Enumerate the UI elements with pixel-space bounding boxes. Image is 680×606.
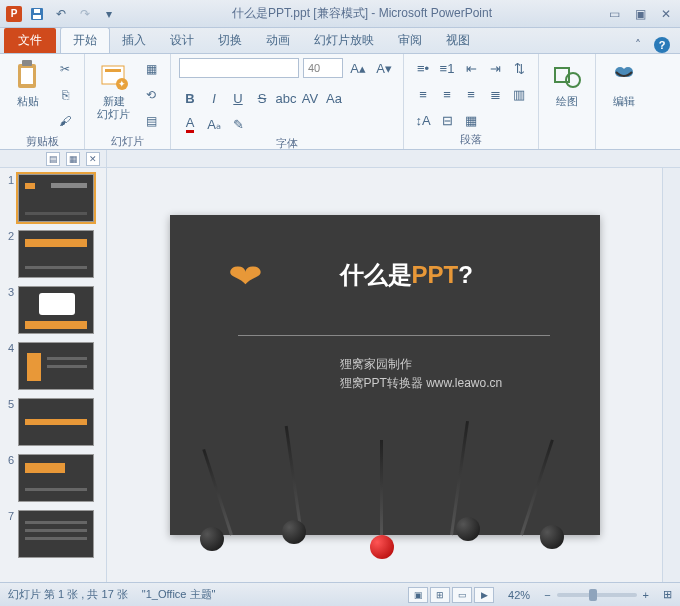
italic-button[interactable]: I bbox=[203, 88, 225, 108]
drawing-button[interactable]: 绘图 bbox=[547, 58, 587, 110]
tab-design[interactable]: 设计 bbox=[158, 28, 206, 53]
tab-animations[interactable]: 动画 bbox=[254, 28, 302, 53]
outline-view-icon[interactable]: ▤ bbox=[46, 152, 60, 166]
cut-icon[interactable]: ✂ bbox=[54, 58, 76, 80]
highlight-icon[interactable]: ✎ bbox=[227, 114, 249, 134]
format-painter-icon[interactable]: 🖌 bbox=[54, 110, 76, 132]
editing-button[interactable]: 编辑 bbox=[604, 58, 644, 110]
zoom-in-icon[interactable]: + bbox=[643, 589, 649, 601]
vertical-scrollbar[interactable] bbox=[662, 168, 680, 582]
fit-to-window-icon[interactable]: ⊞ bbox=[663, 588, 672, 601]
align-right-icon[interactable]: ≡ bbox=[460, 84, 482, 104]
align-text-icon[interactable]: ⊟ bbox=[436, 110, 458, 130]
workspace: 1 2 3 4 5 6 7 ❤ 什么是PPT? 狸窝家园制作 狸窝PPT转换器 … bbox=[0, 168, 680, 582]
slides-view-icon[interactable]: ▦ bbox=[66, 152, 80, 166]
group-label-drawing bbox=[547, 145, 587, 147]
zoom-slider[interactable]: − + bbox=[544, 589, 649, 601]
group-editing: 编辑 bbox=[596, 54, 652, 149]
thumbnail-5[interactable]: 5 bbox=[4, 398, 102, 446]
zoom-percent[interactable]: 42% bbox=[508, 589, 530, 601]
svg-rect-1 bbox=[33, 15, 41, 19]
file-tab[interactable]: 文件 bbox=[4, 28, 56, 53]
help-icon[interactable]: ? bbox=[654, 37, 670, 53]
zoom-out-icon[interactable]: − bbox=[544, 589, 550, 601]
new-slide-button[interactable]: ✦ 新建 幻灯片 bbox=[93, 58, 134, 123]
window-controls: ▭ ▣ ✕ bbox=[606, 6, 674, 22]
thumbnail-pane[interactable]: 1 2 3 4 5 6 7 bbox=[0, 168, 107, 582]
slide-subtitle[interactable]: 狸窝家园制作 狸窝PPT转换器 www.leawo.cn bbox=[340, 355, 503, 393]
window-title: 什么是PPT.ppt [兼容模式] - Microsoft PowerPoint bbox=[118, 5, 606, 22]
group-label-clipboard: 剪贴板 bbox=[8, 132, 76, 149]
font-size-combo[interactable]: 40 bbox=[303, 58, 343, 78]
thumbnail-4[interactable]: 4 bbox=[4, 342, 102, 390]
view-buttons: ▣ ⊞ ▭ ▶ bbox=[408, 587, 494, 603]
section-icon[interactable]: ▤ bbox=[140, 110, 162, 132]
theme-name: "1_Office 主题" bbox=[142, 587, 216, 602]
titlebar: P ↶ ↷ ▾ 什么是PPT.ppt [兼容模式] - Microsoft Po… bbox=[0, 0, 680, 28]
align-center-icon[interactable]: ≡ bbox=[436, 84, 458, 104]
statusbar: 幻灯片 第 1 张 , 共 17 张 "1_Office 主题" ▣ ⊞ ▭ ▶… bbox=[0, 582, 680, 606]
bullets-icon[interactable]: ≡• bbox=[412, 58, 434, 78]
paste-button[interactable]: 粘贴 bbox=[8, 58, 48, 110]
font-name-combo[interactable] bbox=[179, 58, 299, 78]
tab-slideshow[interactable]: 幻灯片放映 bbox=[302, 28, 386, 53]
tab-review[interactable]: 审阅 bbox=[386, 28, 434, 53]
clear-format-icon[interactable]: Aₐ bbox=[203, 114, 225, 134]
indent-increase-icon[interactable]: ⇥ bbox=[484, 58, 506, 78]
group-label-paragraph: 段落 bbox=[412, 130, 530, 147]
justify-icon[interactable]: ≣ bbox=[484, 84, 506, 104]
normal-view-icon[interactable]: ▣ bbox=[408, 587, 428, 603]
change-case-icon[interactable]: Aa bbox=[323, 88, 345, 108]
group-label-slides: 幻灯片 bbox=[93, 132, 162, 149]
grow-font-icon[interactable]: A▴ bbox=[347, 58, 369, 78]
line-spacing-icon[interactable]: ⇅ bbox=[508, 58, 530, 78]
slideshow-view-icon[interactable]: ▶ bbox=[474, 587, 494, 603]
group-label-font: 字体 bbox=[179, 134, 395, 151]
copy-icon[interactable]: ⎘ bbox=[54, 84, 76, 106]
shrink-font-icon[interactable]: A▾ bbox=[373, 58, 395, 78]
qat-dropdown-icon[interactable]: ▾ bbox=[100, 5, 118, 23]
thumbnail-7[interactable]: 7 bbox=[4, 510, 102, 558]
tab-insert[interactable]: 插入 bbox=[110, 28, 158, 53]
maximize-icon[interactable]: ▣ bbox=[632, 6, 648, 22]
thumbnail-1[interactable]: 1 bbox=[4, 174, 102, 222]
text-direction-icon[interactable]: ↕A bbox=[412, 110, 434, 130]
tab-home[interactable]: 开始 bbox=[60, 27, 110, 53]
tab-transitions[interactable]: 切换 bbox=[206, 28, 254, 53]
redo-icon[interactable]: ↷ bbox=[76, 5, 94, 23]
numbering-icon[interactable]: ≡1 bbox=[436, 58, 458, 78]
svg-rect-7 bbox=[105, 69, 121, 72]
slide-canvas[interactable]: ❤ 什么是PPT? 狸窝家园制作 狸窝PPT转换器 www.leawo.cn bbox=[170, 215, 600, 535]
slide-title[interactable]: 什么是PPT? bbox=[340, 259, 473, 291]
save-icon[interactable] bbox=[28, 5, 46, 23]
indent-decrease-icon[interactable]: ⇤ bbox=[460, 58, 482, 78]
paste-icon bbox=[12, 60, 44, 92]
strike-button[interactable]: S bbox=[251, 88, 273, 108]
close-pane-icon[interactable]: ✕ bbox=[86, 152, 100, 166]
shadow-button[interactable]: abc bbox=[275, 88, 297, 108]
reading-view-icon[interactable]: ▭ bbox=[452, 587, 472, 603]
minimize-icon[interactable]: ▭ bbox=[606, 6, 622, 22]
sorter-view-icon[interactable]: ⊞ bbox=[430, 587, 450, 603]
quick-access-toolbar: P ↶ ↷ ▾ bbox=[6, 5, 118, 23]
ribbon-minimize-icon[interactable]: ˄ bbox=[630, 37, 646, 53]
group-font: 40 A▴ A▾ B I U S abc AV Aa A Aₐ ✎ 字体 bbox=[171, 54, 404, 149]
thumbnail-3[interactable]: 3 bbox=[4, 286, 102, 334]
spacing-icon[interactable]: AV bbox=[299, 88, 321, 108]
app-icon[interactable]: P bbox=[6, 6, 22, 22]
undo-icon[interactable]: ↶ bbox=[52, 5, 70, 23]
bold-button[interactable]: B bbox=[179, 88, 201, 108]
thumbnail-6[interactable]: 6 bbox=[4, 454, 102, 502]
columns-icon[interactable]: ▥ bbox=[508, 84, 530, 104]
layout-icon[interactable]: ▦ bbox=[140, 58, 162, 80]
underline-button[interactable]: U bbox=[227, 88, 249, 108]
font-color-icon[interactable]: A bbox=[179, 114, 201, 134]
thumbnail-2[interactable]: 2 bbox=[4, 230, 102, 278]
align-left-icon[interactable]: ≡ bbox=[412, 84, 434, 104]
slide-editor[interactable]: ❤ 什么是PPT? 狸窝家园制作 狸窝PPT转换器 www.leawo.cn bbox=[107, 168, 662, 582]
reset-icon[interactable]: ⟲ bbox=[140, 84, 162, 106]
tab-view[interactable]: 视图 bbox=[434, 28, 482, 53]
new-slide-icon: ✦ bbox=[98, 60, 130, 92]
smartart-icon[interactable]: ▦ bbox=[460, 110, 482, 130]
close-icon[interactable]: ✕ bbox=[658, 6, 674, 22]
